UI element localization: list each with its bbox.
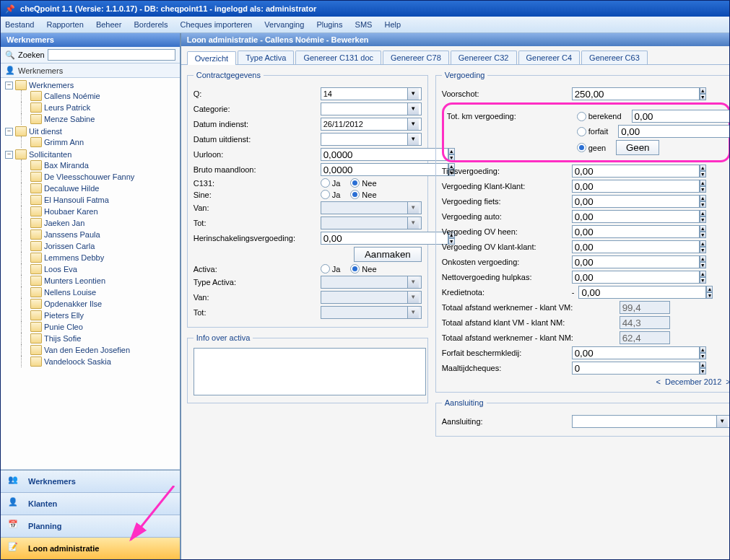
menu-bestand[interactable]: Bestand [5,17,34,32]
tree-item[interactable]: Vandeloock Saskia [30,356,178,367]
spin-up-icon[interactable]: ▲ [706,286,713,292]
tab-genereer-c4[interactable]: Genereer C4 [518,51,581,64]
c131-ja[interactable]: Ja [321,178,341,188]
nav-werknemers[interactable]: 👥Werknemers [1,471,180,493]
aansluiting-combo[interactable]: ▼ [572,415,730,428]
tv-input[interactable]: ▲▼ [572,165,687,178]
collapse-icon[interactable]: − [5,128,13,136]
tree-item[interactable]: Jorissen Carla [30,241,178,251]
forfait-input[interactable] [618,125,730,138]
menu-sms[interactable]: SMS [355,17,373,32]
tree-item[interactable]: Nellens Louise [30,287,178,297]
nav-loon-administratie[interactable]: 📝Loon administratie [1,538,180,560]
spin-up-icon[interactable]: ▲ [700,240,706,247]
nav-klanten[interactable]: 👤Klanten [1,493,180,515]
employee-tree[interactable]: −WerknemersCallens NoémieLeurs PatrickMe… [2,79,178,368]
spin-up-icon[interactable]: ▲ [700,362,706,368]
tree-branch[interactable]: −Werknemers [5,80,178,90]
spin-up-icon[interactable]: ▲ [700,346,706,353]
tab-genereer-c63[interactable]: Genereer C63 [581,51,648,64]
km-forfait[interactable]: forfait [577,127,609,136]
menu-borderels[interactable]: Borderels [134,17,168,32]
spin-up-icon[interactable]: ▲ [700,165,706,171]
tree-item[interactable]: Leurs Patrick [30,102,178,113]
herin-input[interactable]: ▲▼ [321,232,406,245]
menu-cheques[interactable]: Cheques importeren [181,17,253,32]
tree-item[interactable]: De Vleesschouwer Fanny [30,172,178,182]
maalt-input[interactable]: ▲▼ [572,362,687,375]
tree-item[interactable]: El Hansouli Fatma [30,195,178,205]
month-next[interactable]: > [726,377,730,386]
spin-down-icon[interactable]: ▼ [700,247,706,253]
menu-beheer[interactable]: Beheer [96,17,121,32]
spin-down-icon[interactable]: ▼ [700,353,706,359]
spin-up-icon[interactable]: ▲ [700,255,706,262]
tree-item[interactable]: Van den Eeden Josefien [30,345,178,355]
vkk-input[interactable]: ▲▼ [572,180,687,193]
aanmaken-button[interactable]: Aanmaken [354,247,422,262]
spin-up-icon[interactable]: ▲ [700,271,706,277]
tree-item[interactable]: Decaluwe Hilde [30,183,178,193]
tree-item[interactable]: Callens Noémie [30,91,178,101]
net-input[interactable]: ▲▼ [572,271,687,284]
menu-rapporten[interactable]: Rapporten [46,17,83,32]
forfait-kledij-input[interactable]: ▲▼ [572,346,687,359]
onk-input[interactable]: ▲▼ [572,255,687,268]
uitdienst-date[interactable]: ▼ [321,133,422,146]
tree-branch[interactable]: −Sollicitanten [5,149,178,159]
spin-down-icon[interactable]: ▼ [700,232,706,238]
tree-item[interactable]: Loos Eva [30,264,178,274]
spin-down-icon[interactable]: ▼ [700,216,706,223]
spin-down-icon[interactable]: ▼ [700,94,706,100]
spin-up-icon[interactable]: ▲ [700,195,706,201]
activa-nee[interactable]: Nee [350,264,376,274]
spin-up-icon[interactable]: ▲ [700,225,706,232]
berekend-input[interactable] [632,110,730,123]
km-berekend[interactable]: berekend [577,112,622,121]
spin-down-icon[interactable]: ▼ [700,171,706,178]
tree-item[interactable]: Pieters Elly [30,310,178,320]
spin-up-icon[interactable]: ▲ [700,210,706,216]
tab-overzicht[interactable]: Overzicht [187,51,236,65]
voh-input[interactable]: ▲▼ [572,225,687,238]
tree-item[interactable]: Opdenakker Ilse [30,299,178,309]
spin-up-icon[interactable]: ▲ [700,87,706,94]
spin-up-icon[interactable]: ▲ [700,180,706,186]
vf-input[interactable]: ▲▼ [572,195,687,208]
nav-planning[interactable]: 📅Planning [1,515,180,538]
menu-plugins[interactable]: Plugins [316,17,342,32]
spin-down-icon[interactable]: ▼ [700,277,706,284]
spin-down-icon[interactable]: ▼ [700,201,706,208]
tree-item[interactable]: Lemmens Debby [30,253,178,263]
uurloon-input[interactable]: ▲▼ [321,148,422,161]
voorschot-input[interactable]: ▲▼ [572,87,687,100]
sine-ja[interactable]: Ja [321,190,341,199]
sine-nee[interactable]: Nee [350,190,376,199]
spin-down-icon[interactable]: ▼ [700,368,706,375]
km-geen[interactable]: geen [577,143,606,152]
cat-combo[interactable]: ▼ [321,102,422,115]
collapse-icon[interactable]: − [5,82,13,89]
info-textarea[interactable] [194,348,426,395]
vokk-input[interactable]: ▲▼ [572,240,687,253]
kred-input[interactable]: ▲▼ [578,286,687,299]
tab-genereer-c131-doc[interactable]: Genereer C131 doc [295,51,381,64]
geen-button[interactable]: Geen [616,140,659,155]
bruto-input[interactable]: ▲▼ [321,163,422,176]
tree-item[interactable]: Munters Leontien [30,276,178,286]
tab-type-activa[interactable]: Type Activa [238,51,294,64]
spin-down-icon[interactable]: ▼ [706,292,713,299]
c131-nee[interactable]: Nee [350,178,376,188]
tree-item[interactable]: Thijs Sofie [30,333,178,344]
indienst-date[interactable]: 26/11/2012▼ [321,118,422,131]
tree-item[interactable]: Janssens Paula [30,229,178,240]
tree-item[interactable]: Houbaer Karen [30,206,178,216]
spin-down-icon[interactable]: ▼ [700,262,706,268]
activa-ja[interactable]: Ja [321,264,341,274]
tree-item[interactable]: Grimm Ann [30,137,178,147]
tree-item[interactable]: Menze Sabine [30,114,178,124]
tree-item[interactable]: Jaeken Jan [30,218,178,228]
va-input[interactable]: ▲▼ [572,210,687,223]
collapse-icon[interactable]: − [5,151,13,159]
tree-branch[interactable]: −Uit dienst [5,126,178,136]
